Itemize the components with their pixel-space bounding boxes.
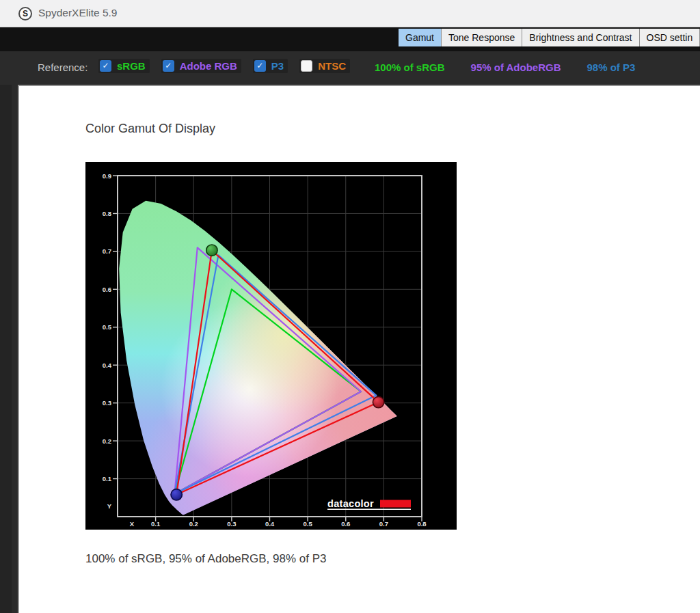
- gamut-percentage: 95% of AdobeRGB: [471, 62, 561, 73]
- tab-brightness-and-contrast[interactable]: Brightness and Contrast: [522, 29, 639, 46]
- reference-toolbar: Reference: ✓sRGB✓Adobe RGB✓P3NTSC 100% o…: [0, 51, 700, 85]
- reference-option-label: sRGB: [117, 60, 146, 72]
- axis-tick-label: 0.9: [103, 172, 111, 180]
- gamut-summary-caption: 100% of sRGB, 95% of AdobeRGB, 98% of P3: [85, 552, 326, 566]
- axis-tick-label: X: [130, 520, 135, 528]
- axis-tick-label: 0.2: [103, 437, 111, 445]
- reference-option-ntsc[interactable]: NTSC: [299, 59, 350, 73]
- gamut-percentage: 98% of P3: [587, 62, 636, 73]
- gamut-percentage: 100% of sRGB: [375, 62, 445, 73]
- reference-option-label: Adobe RGB: [180, 60, 237, 72]
- checkbox-checked-icon[interactable]: ✓: [254, 60, 266, 72]
- tab-band: GamutTone ResponseBrightness and Contras…: [0, 27, 700, 51]
- datacolor-logo: datacolor: [327, 498, 411, 510]
- reference-options: ✓sRGB✓Adobe RGB✓P3NTSC: [98, 59, 362, 73]
- reference-label: Reference:: [38, 62, 88, 73]
- content-panel: Color Gamut Of Display: [18, 85, 700, 613]
- datacolor-logo-text: datacolor: [327, 498, 374, 509]
- axis-tick-label: 0.2: [189, 520, 198, 528]
- reference-option-adobe-rgb[interactable]: ✓Adobe RGB: [161, 59, 241, 73]
- title-bar: S SpyderXElite 5.9: [0, 0, 700, 27]
- datacolor-logo-bar: [380, 500, 411, 508]
- axis-tick-label: 0.7: [379, 520, 388, 528]
- axis-tick-label: 0.1: [151, 520, 161, 528]
- reference-option-srgb[interactable]: ✓sRGB: [98, 59, 150, 73]
- tab-gamut[interactable]: Gamut: [399, 29, 442, 46]
- axis-tick-label: 0.6: [103, 286, 111, 293]
- left-rail: [0, 85, 12, 613]
- datacolor-logo-underline: [327, 509, 411, 510]
- blue-primary-marker: [171, 489, 182, 500]
- axis-tick-label: 0.5: [304, 520, 313, 528]
- tab-strip: GamutTone ResponseBrightness and Contras…: [399, 29, 700, 46]
- checkbox-checked-icon[interactable]: ✓: [163, 60, 174, 72]
- gamut-percentages: 100% of sRGB95% of AdobeRGB98% of P3: [375, 62, 635, 73]
- axis-tick-label: 0.4: [103, 362, 112, 369]
- axis-tick-label: 0.3: [227, 520, 236, 528]
- axis-tick-label: 0.6: [341, 520, 350, 528]
- axis-tick-label: 0.7: [103, 247, 111, 255]
- tab-osd-settin[interactable]: OSD settin: [640, 29, 700, 46]
- page-title: Color Gamut Of Display: [85, 122, 215, 136]
- checkbox-unchecked-icon[interactable]: [301, 60, 312, 72]
- axis-tick-label: 0.5: [103, 323, 112, 331]
- checkbox-checked-icon[interactable]: ✓: [100, 60, 111, 72]
- gamut-chart-svg: 0.10.20.30.40.50.60.70.80.10.20.30.40.50…: [85, 162, 457, 530]
- app-icon: S: [18, 7, 32, 21]
- axis-tick-label: 0.1: [103, 475, 112, 482]
- reference-option-p3[interactable]: ✓P3: [253, 59, 288, 73]
- tab-tone-response[interactable]: Tone Response: [442, 29, 522, 46]
- reference-option-label: NTSC: [318, 60, 346, 72]
- green-primary-marker: [206, 245, 217, 256]
- axis-tick-label: 0.4: [265, 520, 275, 528]
- axis-tick-label: 0.8: [417, 520, 426, 528]
- reference-option-label: P3: [271, 60, 284, 72]
- gamut-chart: 0.10.20.30.40.50.60.70.80.10.20.30.40.50…: [85, 162, 457, 530]
- axis-tick-label: 0.8: [103, 210, 111, 217]
- window-title: SpyderXElite 5.9: [38, 7, 117, 19]
- axis-tick-label: Y: [107, 502, 112, 510]
- axis-tick-label: 0.3: [103, 399, 111, 407]
- red-primary-marker: [373, 396, 383, 407]
